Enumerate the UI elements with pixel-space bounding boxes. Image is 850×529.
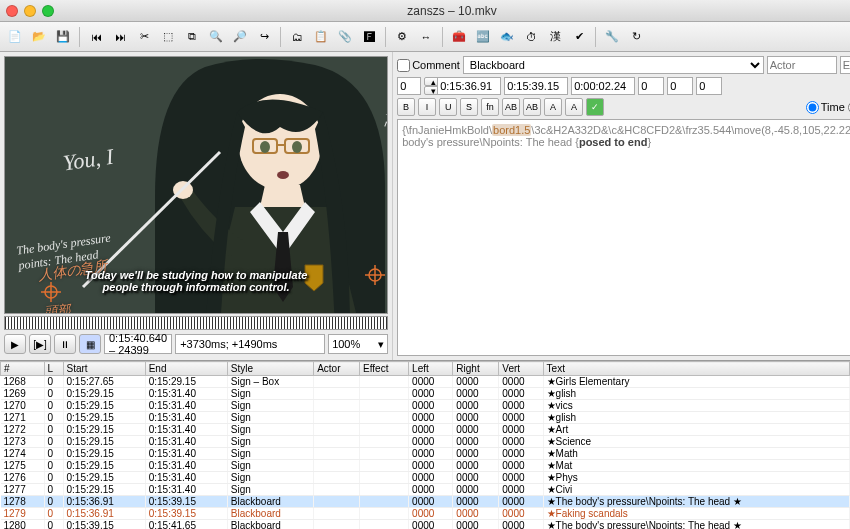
zoom-out-icon[interactable]: 🔎	[229, 26, 251, 48]
jump-end-icon[interactable]: ⏭	[109, 26, 131, 48]
new-file-icon[interactable]: 📄	[4, 26, 26, 48]
table-row[interactable]: 127800:15:36.910:15:39.15Blackboard00000…	[1, 496, 850, 508]
table-row[interactable]: 127400:15:29.150:15:31.40Sign00000000000…	[1, 448, 850, 460]
table-row[interactable]: 127100:15:29.150:15:31.40Sign00000000000…	[1, 412, 850, 424]
table-row[interactable]: 128000:15:39.150:15:41.65Blackboard00000…	[1, 520, 850, 530]
table-row[interactable]: 127700:15:29.150:15:31.40Sign00000000000…	[1, 484, 850, 496]
chalk-jp: 頭部	[44, 301, 72, 314]
timing-icon[interactable]: ⏱	[520, 26, 542, 48]
spellcheck-icon[interactable]: ✔	[568, 26, 590, 48]
style-manager-icon[interactable]: 🗂	[286, 26, 308, 48]
col-vert[interactable]: Vert	[499, 362, 543, 376]
jump-sub-icon[interactable]: ↪	[253, 26, 275, 48]
toggle-autoseek-button[interactable]: ▦	[79, 334, 101, 354]
col-left[interactable]: Left	[409, 362, 453, 376]
titlebar: zanszs – 10.mkv	[0, 0, 850, 22]
format-btn-fn[interactable]: fn	[481, 98, 499, 116]
fonts-icon[interactable]: 🅵	[358, 26, 380, 48]
col-l[interactable]: L	[44, 362, 63, 376]
shift-times-icon[interactable]: ↔	[415, 26, 437, 48]
format-btn-a[interactable]: A	[565, 98, 583, 116]
snap-video-icon[interactable]: ⧉	[181, 26, 203, 48]
col-actor[interactable]: Actor	[314, 362, 360, 376]
snap-icon[interactable]: ✂	[133, 26, 155, 48]
format-btn-b[interactable]: B	[397, 98, 415, 116]
format-btn-i[interactable]: I	[418, 98, 436, 116]
svg-point-7	[277, 171, 289, 179]
close-icon[interactable]	[6, 5, 18, 17]
table-row[interactable]: 127600:15:29.150:15:31.40Sign00000000000…	[1, 472, 850, 484]
col-start[interactable]: Start	[63, 362, 145, 376]
format-btn-✓[interactable]: ✓	[586, 98, 604, 116]
format-btn-ab[interactable]: AB	[523, 98, 541, 116]
subtitle-text-input[interactable]: {\fnJanieHmkBold\bord1.5\3c&H2A332D&\c&H…	[397, 119, 850, 356]
end-time-input[interactable]	[504, 77, 568, 95]
attach-icon[interactable]: 📎	[334, 26, 356, 48]
pause-button[interactable]: ⏸	[54, 334, 76, 354]
col-right[interactable]: Right	[453, 362, 499, 376]
zoom-in-icon[interactable]: 🔍	[205, 26, 227, 48]
resample-icon[interactable]: 🐟	[496, 26, 518, 48]
play-button[interactable]: ▶	[4, 334, 26, 354]
props-icon[interactable]: 📋	[310, 26, 332, 48]
format-btn-a[interactable]: A	[544, 98, 562, 116]
subtitle-overlay: Today we'll be studying how to manipulat…	[5, 269, 387, 293]
select-icon[interactable]: ⬚	[157, 26, 179, 48]
comment-checkbox[interactable]: Comment	[397, 59, 460, 72]
save-file-icon[interactable]: 💾	[52, 26, 74, 48]
settings-icon[interactable]: 🔧	[601, 26, 623, 48]
format-btn-u[interactable]: U	[439, 98, 457, 116]
window-title: zanszs – 10.mkv	[60, 4, 844, 18]
svg-point-5	[260, 141, 270, 153]
zoom-icon[interactable]	[42, 5, 54, 17]
table-row[interactable]: 126800:15:27.650:15:29.15Sign – Box00000…	[1, 376, 850, 388]
shift-info: +3730ms; +1490ms	[175, 334, 325, 354]
svg-point-6	[292, 141, 302, 153]
kanji-icon[interactable]: 漢	[544, 26, 566, 48]
edit-panel: Comment Blackboard ▴▾ BIUSfnABABAA✓ Time…	[392, 52, 850, 360]
col-style[interactable]: Style	[227, 362, 313, 376]
video-preview[interactable]: You, I The body's pressure points: The h…	[4, 56, 388, 314]
open-file-icon[interactable]: 📂	[28, 26, 50, 48]
time-radio[interactable]: Time	[806, 101, 845, 114]
actor-input[interactable]	[767, 56, 837, 74]
table-row[interactable]: 127200:15:29.150:15:31.40Sign00000000000…	[1, 424, 850, 436]
margin-l-input[interactable]	[638, 77, 664, 95]
cycle-icon[interactable]: ↻	[625, 26, 647, 48]
format-row: BIUSfnABABAA✓ Time Frame	[397, 98, 850, 116]
col-end[interactable]: End	[145, 362, 227, 376]
main-toolbar: 📄 📂 💾 ⏮ ⏭ ✂ ⬚ ⧉ 🔍 🔎 ↪ 🗂 📋 📎 🅵 ⚙ ↔ 🧰 🔤 🐟 …	[0, 22, 850, 52]
minimize-icon[interactable]	[24, 5, 36, 17]
table-row[interactable]: 127900:15:36.910:15:39.15Blackboard00000…	[1, 508, 850, 520]
jump-start-icon[interactable]: ⏮	[85, 26, 107, 48]
layer-input[interactable]	[397, 77, 421, 95]
effect-input[interactable]	[840, 56, 850, 74]
margin-v-input[interactable]	[696, 77, 722, 95]
zoom-select[interactable]: 100%▾	[328, 334, 388, 354]
table-row[interactable]: 127300:15:29.150:15:31.40Sign00000000000…	[1, 436, 850, 448]
col-#[interactable]: #	[1, 362, 45, 376]
start-time-input[interactable]	[437, 77, 501, 95]
table-row[interactable]: 127500:15:29.150:15:31.40Sign00000000000…	[1, 460, 850, 472]
automation-icon[interactable]: ⚙	[391, 26, 413, 48]
play-line-button[interactable]: [▶]	[29, 334, 51, 354]
table-row[interactable]: 126900:15:29.150:15:31.40Sign00000000000…	[1, 388, 850, 400]
assistant-icon[interactable]: 🧰	[448, 26, 470, 48]
format-btn-ab[interactable]: AB	[502, 98, 520, 116]
audio-waveform[interactable]	[4, 316, 388, 330]
margin-r-input[interactable]	[667, 77, 693, 95]
subtitle-grid[interactable]: #LStartEndStyleActorEffectLeftRightVertT…	[0, 360, 850, 529]
duration-input[interactable]	[571, 77, 635, 95]
format-btn-s[interactable]: S	[460, 98, 478, 116]
col-text[interactable]: Text	[543, 362, 849, 376]
table-row[interactable]: 127000:15:29.150:15:31.40Sign00000000000…	[1, 400, 850, 412]
style-select[interactable]: Blackboard	[463, 56, 764, 74]
col-effect[interactable]: Effect	[360, 362, 409, 376]
time-position: 0:15:40.640 – 24399	[104, 334, 172, 354]
translation-icon[interactable]: 🔤	[472, 26, 494, 48]
